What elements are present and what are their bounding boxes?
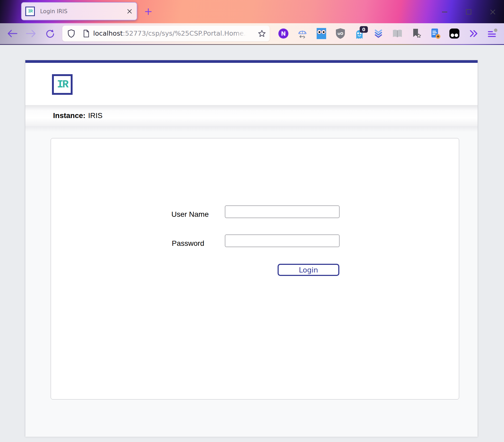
shield-icon[interactable]	[68, 29, 75, 38]
minimize-button[interactable]	[439, 7, 451, 17]
instance-bar: Instance: IRIS	[25, 105, 478, 126]
reader-book-extension-icon[interactable]	[392, 28, 403, 39]
url-text[interactable]: localhost:52773/csp/sys/%25CSP.Portal.Ho…	[93, 26, 249, 41]
login-button[interactable]: Login	[278, 264, 339, 276]
translate-extension-icon[interactable]	[297, 28, 308, 39]
bookmarks-extension-icon[interactable]	[411, 28, 422, 39]
window-controls	[439, 7, 499, 17]
login-page-card: IR Instance: IRIS User Name Password Log…	[25, 60, 478, 436]
password-input[interactable]	[225, 234, 340, 247]
instance-value: IRIS	[88, 111, 102, 120]
menu-hamburger-icon[interactable]	[487, 28, 498, 39]
page-viewport: IR Instance: IRIS User Name Password Log…	[0, 45, 504, 442]
ublock-extension-icon[interactable]: uO	[335, 28, 346, 39]
username-label: User Name	[51, 210, 209, 219]
extension-row: N uO 0	[278, 28, 498, 39]
bookmark-star-icon[interactable]	[258, 30, 266, 38]
dark-reader-extension-icon[interactable]	[449, 28, 460, 39]
overflow-chevron-icon[interactable]	[468, 28, 479, 39]
norton-extension-icon[interactable]: N	[278, 28, 289, 39]
password-label: Password	[51, 239, 204, 248]
close-button[interactable]	[487, 7, 499, 17]
back-icon[interactable]	[7, 29, 18, 38]
login-panel: User Name Password Login	[51, 138, 459, 399]
ublock-label: uO	[337, 31, 343, 36]
browser-window: IR Login IRIS	[0, 0, 504, 442]
tab-title: Login IRIS	[40, 8, 126, 15]
new-tab-button[interactable]	[144, 8, 152, 16]
tab-close-icon[interactable]	[126, 8, 133, 15]
page-top-accent-bar	[25, 60, 478, 63]
url-host: localhost	[93, 30, 123, 37]
username-input[interactable]	[225, 205, 340, 218]
ghostery-badge: 0	[360, 26, 368, 33]
forward-icon[interactable]	[25, 29, 36, 38]
page-info-icon[interactable]	[83, 30, 89, 37]
tab-bar: IR Login IRIS	[0, 0, 504, 23]
page-header: IR	[25, 63, 478, 105]
menu-notification-dot	[494, 29, 497, 32]
iris-favicon: IR	[25, 7, 35, 16]
googly-eyes-extension-icon[interactable]	[316, 28, 327, 39]
instance-label: Instance:	[53, 111, 85, 120]
reload-icon[interactable]	[45, 29, 55, 39]
iris-logo: IR	[52, 74, 73, 95]
chevrons-extension-icon[interactable]	[373, 28, 384, 39]
url-path: :52773/csp/sys/%25CSP.Portal.Home.zen	[123, 30, 249, 37]
doc-download-extension-icon[interactable]	[430, 28, 441, 39]
url-bar[interactable]: localhost:52773/csp/sys/%25CSP.Portal.Ho…	[62, 26, 270, 41]
maximize-button[interactable]	[463, 7, 475, 17]
login-body: User Name Password Login	[25, 126, 478, 437]
ghostery-extension-icon[interactable]: 0	[354, 28, 365, 39]
tab-login-iris[interactable]: IR Login IRIS	[21, 2, 137, 20]
